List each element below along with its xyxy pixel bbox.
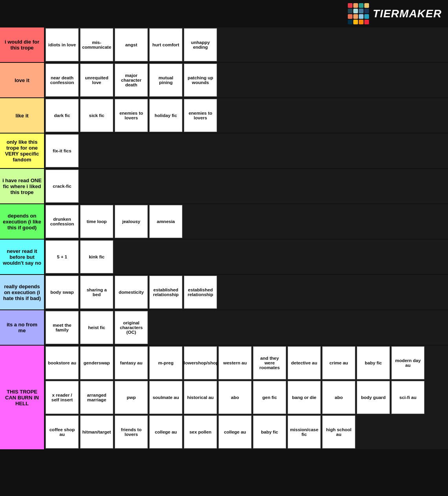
logo-cell [364,9,369,13]
logo-cell [353,14,358,19]
tiers-container: i would die for this tropeidiots in love… [0,27,448,450]
tier-item: holiday fic [149,99,182,132]
tier-item: coffee shop au [46,415,79,448]
tier-item: modern day au [391,346,424,379]
tier-item: mission/case fic [288,415,321,448]
tier-item: patching up wounds [184,64,217,97]
tier-row-specific-fandom: only like this trope for one VERY specif… [0,134,448,169]
logo-text: TiERMAKER [373,7,442,20]
tier-item: jealousy [115,205,148,238]
tier-item: crack-fic [46,170,79,203]
tier-item: bookstore au [46,346,79,379]
tier-item: heist fic [80,311,113,344]
tier-item: established relationship [149,276,182,309]
logo-cell [359,9,364,13]
tier-label-burn-in-hell: THIS TROPE CAN BURN IN HELL [0,346,44,449]
tier-item: major character death [115,64,148,97]
tier-items-like-it: dark ficsick ficenemies to loversholiday… [44,98,448,133]
logo-cell [348,20,353,24]
tier-item: amnesia [149,205,182,238]
tier-label-love-it: love it [0,63,44,97]
logo-cell [353,9,358,13]
tier-item: friends to lovers [115,415,148,448]
tier-item: enemies to lovers [184,99,217,132]
tier-item: historical au [184,381,217,414]
tier-label-never-read: never read it before but wouldn't say no [0,240,44,274]
tier-items-specific-fandom: fix-it fics [44,134,448,168]
tier-item: unhappy ending [184,28,217,61]
tier-label-die-for: i would die for this trope [0,27,44,62]
tier-item: bang or die [288,381,321,414]
header: TiERMAKER [0,0,448,27]
logo-cell [359,20,364,24]
tier-item: hurt comfort [149,28,182,61]
tier-item: college au [218,415,252,448]
tier-row-depends-execution: depends on execution (i like this if goo… [0,204,448,240]
tier-item: mutual pining [149,64,182,97]
tier-label-really-depends: really depends on execution (i hate this… [0,275,44,309]
tier-item: sick fic [80,99,113,132]
tier-item: kink fic [80,240,113,273]
tier-item: fix-it fics [46,134,79,167]
tier-items-love-it: near death confessionunrequited lovemajo… [44,63,448,97]
tier-item: unrequited love [80,64,113,97]
tier-item: idiots in love [46,28,79,61]
tier-row-one-fic: i have read ONE fic where i liked this t… [0,169,448,204]
tier-label-specific-fandom: only like this trope for one VERY specif… [0,134,44,168]
tier-item: pwp [115,381,148,414]
tier-item: high school au [322,415,355,448]
tier-items-burn-in-hell: bookstore augenderswapfantasy aum-pregfl… [44,346,448,449]
tier-item: angst [115,28,148,61]
logo-cell [348,14,353,19]
tier-item: genderswap [80,346,113,379]
tier-item: flowershop/shop [184,346,217,379]
tier-item: detective au [288,346,321,379]
logo-cell [359,14,364,19]
tier-item: sci-fi au [391,381,424,414]
tier-label-no-from-me: its a no from me [0,310,44,345]
tier-row-like-it: like itdark ficsick ficenemies to lovers… [0,98,448,134]
tier-item: arranged marriage [80,381,113,414]
tier-items-depends-execution: drunken confessiontime loopjealousyamnes… [44,204,448,239]
tier-item: near death confession [46,64,79,97]
tier-item: fantasy au [115,346,148,379]
logo-cell [353,20,358,24]
tier-item: 5 + 1 [46,240,79,273]
tier-item: abo [218,381,252,414]
tier-item: sex pollen [184,415,217,448]
tier-item: gen fic [253,381,286,414]
tier-item: baby fic [357,346,390,379]
tier-item: crime au [322,346,355,379]
tier-row-never-read: never read it before but wouldn't say no… [0,240,448,275]
logo-cell [348,9,353,13]
tier-item: meet the family [46,311,79,344]
tier-item: enemies to lovers [115,99,148,132]
tier-item: time loop [80,205,113,238]
tier-item: sharing a bed [80,276,113,309]
tier-row-really-depends: really depends on execution (i hate this… [0,275,448,310]
logo-cell [364,14,369,19]
tier-item: domesticity [115,276,148,309]
tier-row-no-from-me: its a no from memeet the familyheist fic… [0,310,448,346]
tier-label-depends-execution: depends on execution (i like this if goo… [0,204,44,239]
tier-row-die-for: i would die for this tropeidiots in love… [0,27,448,63]
tier-item: abo [322,381,355,414]
tier-item: soulmate au [149,381,182,414]
tier-item: body swap [46,276,79,309]
logo-cell [348,3,353,8]
tier-item: body guard [357,381,390,414]
tier-item: and they were roomates [253,346,286,379]
tier-items-never-read: 5 + 1kink fic [44,240,448,274]
logo-grid [348,3,369,24]
tier-items-really-depends: body swapsharing a beddomesticityestabli… [44,275,448,309]
tier-row-love-it: love itnear death confessionunrequited l… [0,63,448,98]
tiermaker-logo: TiERMAKER [348,3,442,24]
tier-item: college au [149,415,182,448]
logo-cell [364,20,369,24]
tier-items-one-fic: crack-fic [44,169,448,203]
tier-label-one-fic: i have read ONE fic where i liked this t… [0,169,44,203]
logo-cell [353,3,358,8]
tier-item: western au [218,346,252,379]
tier-item: x reader / self insert [46,381,79,414]
tier-item: established relationship [184,276,217,309]
